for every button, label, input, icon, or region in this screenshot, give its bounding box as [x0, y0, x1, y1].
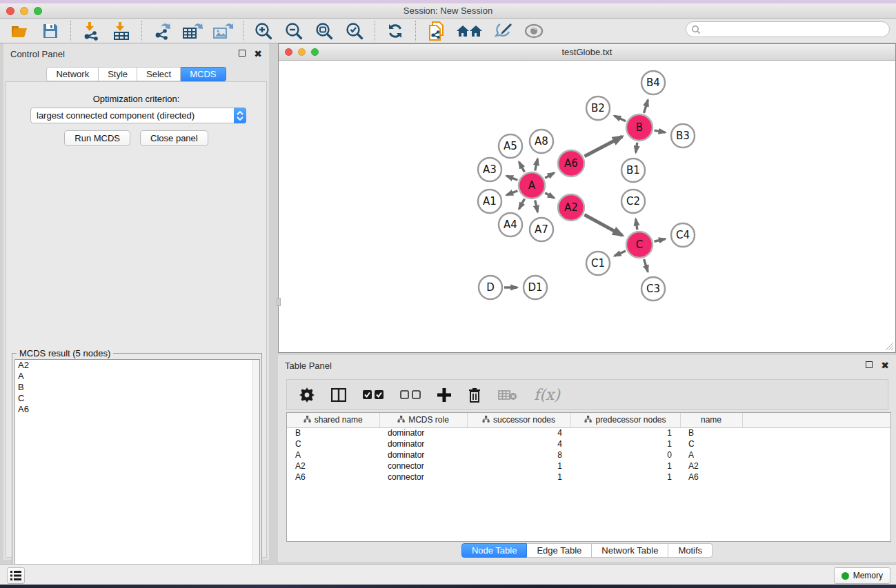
new-network-from-selection-icon[interactable]: [426, 21, 446, 41]
column-header-predecessor-nodes[interactable]: predecessor nodes: [570, 413, 680, 427]
graph-node-C4[interactable]: C4: [671, 223, 695, 247]
graph-edge-C-C2[interactable]: [636, 219, 637, 230]
graph-node-C[interactable]: C: [626, 232, 653, 258]
table-cell[interactable]: 1: [570, 460, 680, 472]
graph-node-C3[interactable]: C3: [641, 277, 665, 301]
resize-grip-icon[interactable]: [885, 342, 894, 351]
table-cell[interactable]: 1: [467, 472, 570, 483]
graph-edge-A-A2[interactable]: [545, 193, 554, 199]
table-cell[interactable]: A2: [287, 460, 379, 472]
table-cell[interactable]: A2: [680, 460, 742, 472]
refresh-icon[interactable]: [385, 21, 406, 41]
graph-node-A4[interactable]: A4: [499, 213, 522, 236]
task-history-button[interactable]: [7, 567, 25, 584]
mcds-result-item[interactable]: B: [15, 382, 259, 393]
table-cell[interactable]: 1: [570, 472, 680, 483]
function-builder-icon[interactable]: f(x): [534, 386, 560, 403]
graph-edge-A6-B[interactable]: [584, 136, 622, 156]
close-panel-icon[interactable]: ✖: [254, 48, 262, 59]
table-cell[interactable]: B: [680, 427, 742, 438]
graph-edge-A-A8[interactable]: [535, 159, 538, 170]
hide-graphics-details-icon[interactable]: [493, 21, 514, 41]
graph-node-B4[interactable]: B4: [641, 71, 665, 94]
mcds-result-item[interactable]: A2: [15, 360, 259, 371]
table-cell[interactable]: A6: [680, 472, 742, 483]
graph-node-A1[interactable]: A1: [478, 190, 501, 213]
table-cell[interactable]: connector: [379, 460, 467, 472]
mcds-result-item[interactable]: C: [15, 393, 259, 404]
column-header-name[interactable]: name: [680, 413, 742, 427]
export-table-icon[interactable]: [182, 21, 203, 41]
tab-network[interactable]: Network: [46, 67, 99, 81]
graph-edge-C-C4[interactable]: [654, 239, 665, 242]
graph-node-D1[interactable]: D1: [524, 276, 547, 299]
zoom-in-icon[interactable]: [253, 21, 274, 41]
table-cell[interactable]: dominator: [379, 427, 467, 438]
graph-edge-A-A5[interactable]: [519, 162, 524, 172]
table-cell[interactable]: connector: [379, 472, 467, 483]
table-row[interactable]: A6connector11A6: [287, 472, 890, 483]
graph-edge-A-A3[interactable]: [506, 176, 517, 180]
divider-grip[interactable]: [277, 298, 281, 306]
birds-eye-view-icon[interactable]: [524, 21, 544, 41]
zoom-selected-icon[interactable]: [344, 21, 365, 41]
column-header-shared-name[interactable]: shared name: [287, 413, 379, 427]
graph-edge-C-C3[interactable]: [644, 259, 648, 272]
tab-edge-table[interactable]: Edge Table: [527, 543, 592, 558]
zoom-out-icon[interactable]: [283, 21, 304, 41]
close-panel-icon[interactable]: ✖: [881, 360, 889, 371]
graph-node-C1[interactable]: C1: [586, 252, 610, 275]
float-panel-icon[interactable]: [239, 50, 246, 58]
criterion-dropdown[interactable]: largest connected component (directed): [30, 108, 246, 123]
tab-style[interactable]: Style: [99, 67, 137, 81]
graph-edge-B-B2[interactable]: [615, 116, 626, 121]
home-icon[interactable]: [456, 21, 484, 41]
node-table[interactable]: shared nameMCDS rolesuccessor nodesprede…: [286, 412, 891, 542]
run-mcds-button[interactable]: Run MCDS: [64, 130, 130, 146]
tab-network-table[interactable]: Network Table: [592, 543, 668, 558]
graph-edge-A-A1[interactable]: [506, 191, 517, 195]
tab-node-table[interactable]: Node Table: [461, 543, 528, 558]
graph-edge-A2-C[interactable]: [584, 215, 622, 236]
graph-edge-A-A4[interactable]: [519, 199, 524, 209]
table-cell[interactable]: 0: [570, 449, 680, 460]
table-row[interactable]: Bdominator41B: [287, 427, 890, 438]
graph-node-A7[interactable]: A7: [530, 218, 553, 241]
table-cell[interactable]: A: [287, 449, 379, 460]
graph-node-B1[interactable]: B1: [621, 159, 645, 182]
import-network-icon[interactable]: [81, 21, 101, 41]
search-input[interactable]: [701, 25, 889, 34]
graph-edge-A-A7[interactable]: [535, 200, 538, 212]
network-graph[interactable]: B4B2BB3A8A5A6A3B1AA1C2A2A4A7C4CC1DD1C3: [279, 61, 895, 352]
table-cell[interactable]: A6: [287, 472, 379, 483]
select-all-icon[interactable]: [363, 390, 384, 400]
search-field[interactable]: [686, 21, 890, 37]
add-column-icon[interactable]: [437, 388, 451, 402]
table-cell[interactable]: 1: [570, 438, 680, 449]
deselect-all-icon[interactable]: [400, 390, 421, 400]
close-panel-button[interactable]: Close panel: [140, 130, 208, 146]
mcds-result-item[interactable]: A6: [15, 404, 259, 415]
scrollbar[interactable]: [252, 360, 259, 580]
mcds-result-item[interactable]: A: [15, 371, 259, 382]
graph-node-A[interactable]: A: [519, 172, 545, 199]
network-canvas[interactable]: B4B2BB3A8A5A6A3B1AA1C2A2A4A7C4CC1DD1C3: [279, 61, 895, 352]
graph-node-B3[interactable]: B3: [671, 124, 695, 148]
table-cell[interactable]: B: [287, 427, 379, 438]
table-cell[interactable]: C: [287, 438, 379, 449]
graph-node-C2[interactable]: C2: [621, 190, 645, 213]
table-cell[interactable]: C: [680, 438, 742, 449]
graph-node-A6[interactable]: A6: [558, 150, 584, 176]
table-cell[interactable]: dominator: [379, 449, 467, 460]
graph-node-A8[interactable]: A8: [530, 130, 553, 153]
table-cell[interactable]: 8: [467, 449, 570, 460]
graph-edge-B-B3[interactable]: [655, 130, 666, 132]
export-network-icon[interactable]: [152, 21, 172, 41]
table-row[interactable]: Cdominator41C: [287, 438, 890, 449]
graph-node-B2[interactable]: B2: [586, 97, 610, 120]
save-icon[interactable]: [40, 21, 61, 41]
graph-node-A5[interactable]: A5: [499, 134, 522, 158]
table-row[interactable]: A2connector11A2: [287, 460, 890, 472]
graph-edge-B-B1[interactable]: [636, 143, 637, 152]
open-folder-icon[interactable]: [10, 21, 30, 41]
